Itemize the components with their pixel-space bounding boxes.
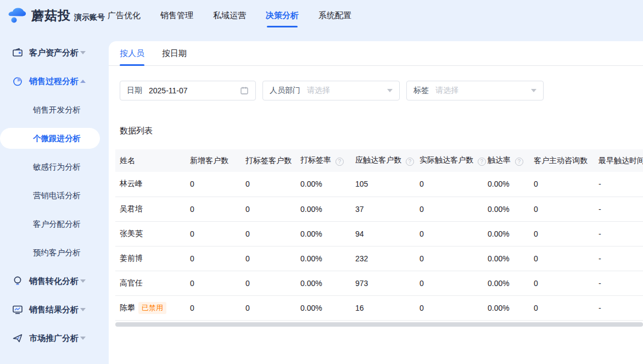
cell-name: 林云峰 xyxy=(115,172,186,197)
table-cell: 0 xyxy=(241,197,296,221)
sidebar-group-item[interactable]: 市场推广分析 xyxy=(0,324,109,352)
topnav-item[interactable]: 系统配置 xyxy=(318,0,351,31)
question-circle-icon[interactable]: ? xyxy=(336,158,344,166)
table-cell: 973 xyxy=(351,271,415,295)
department-filter-placeholder: 请选择 xyxy=(307,86,330,96)
tab-label: 按日期 xyxy=(162,48,187,59)
table-cell: 0 xyxy=(186,246,241,271)
sidebar-sub-item: 预约客户分析 xyxy=(0,238,109,267)
main-content: 按人员 按日期 日期 2025-11-07 人员部门 请选择 标签 请选择 xyxy=(109,41,643,364)
topnav-item[interactable]: 私域运营 xyxy=(213,0,246,31)
topnav-menu: 广告优化 销售管理 私域运营 决策分析 系统配置 xyxy=(108,0,351,31)
date-filter[interactable]: 日期 2025-11-07 xyxy=(120,81,256,100)
sidebar-sub-item-label: 预约客户分析 xyxy=(33,248,81,258)
question-circle-icon[interactable]: ? xyxy=(406,158,414,166)
table-cell: - xyxy=(594,246,643,271)
department-filter-label: 人员部门 xyxy=(270,86,300,96)
table-row: 姜前博 000.00%23200.00%0- xyxy=(115,246,643,271)
sidebar-sub-item: 销售开发分析 xyxy=(0,96,109,124)
data-table: 姓名 新增客户数 打标签客户数 打标签率 ? 应触达客户数 ? 实际触达客户数 … xyxy=(115,149,643,321)
table-column-header: 最早触达时间 xyxy=(594,149,643,172)
table-cell: 0 xyxy=(241,172,296,197)
table-body: 林云峰 000.00%10500.00%0- 吴君培 000.00%3700.0… xyxy=(115,172,643,320)
question-circle-icon[interactable]: ? xyxy=(478,158,486,166)
date-filter-value: 2025-11-07 xyxy=(149,86,188,95)
department-filter[interactable]: 人员部门 请选择 xyxy=(262,81,400,100)
table-cell: 0 xyxy=(186,172,241,197)
chevron-down-icon xyxy=(80,337,86,340)
section-title: 数据列表 xyxy=(120,126,153,136)
sidebar-group-item[interactable]: 销售结果分析 xyxy=(0,295,109,324)
table-column-header: 触达率 ? xyxy=(483,149,529,172)
sidebar-group-item[interactable]: 销售过程分析 xyxy=(0,67,109,96)
cell-name: 高官任 xyxy=(115,271,186,295)
table-cell: 105 xyxy=(351,172,415,197)
table-cell: - xyxy=(594,197,643,221)
sidebar-group-label: 客户资产分析 xyxy=(29,48,79,58)
monitor-chart-icon xyxy=(12,304,23,315)
cell-name: 张美英 xyxy=(115,221,186,246)
filter-row: 日期 2025-11-07 人员部门 请选择 标签 请选择 xyxy=(120,81,544,100)
lightbulb-icon xyxy=(12,276,23,287)
table-cell: 0.00% xyxy=(483,295,529,320)
disabled-status-badge: 已禁用 xyxy=(138,302,166,314)
sidebar-sub-item-button[interactable]: 预约客户分析 xyxy=(0,242,100,263)
tab[interactable]: 按日期 xyxy=(162,41,187,66)
brand-logo-area[interactable]: 蘑菇投 演示账号 xyxy=(0,7,105,24)
topnav-item[interactable]: 销售管理 xyxy=(160,0,193,31)
table-column-header: 打标签客户数 xyxy=(241,149,296,172)
sidebar-sub-item-label: 营销电话分析 xyxy=(33,191,81,201)
chevron-down-icon xyxy=(387,89,393,92)
table-row: 林云峰 000.00%10500.00%0- xyxy=(115,172,643,197)
table-cell: 0 xyxy=(415,172,483,197)
sidebar-group-item[interactable]: 销售转化分析 xyxy=(0,267,109,295)
chevron-up-icon xyxy=(80,80,86,83)
sidebar-sub-item-button[interactable]: 销售开发分析 xyxy=(0,99,100,120)
table-column-header: 打标签率 ? xyxy=(296,149,351,172)
active-tab-underline xyxy=(267,26,298,27)
sidebar-sub-item-label: 个微跟进分析 xyxy=(33,133,81,144)
table-cell: 0 xyxy=(186,197,241,221)
table-header-row: 姓名 新增客户数 打标签客户数 打标签率 ? 应触达客户数 ? 实际触达客户数 … xyxy=(115,149,643,172)
sidebar-sub-item: 营销电话分析 xyxy=(0,181,109,210)
table-cell: 0 xyxy=(529,197,594,221)
sidebar-group-label: 销售结果分析 xyxy=(29,305,79,315)
table-cell: 0 xyxy=(415,271,483,295)
horizontal-scrollbar-thumb[interactable] xyxy=(115,322,643,327)
topnav-item[interactable]: 广告优化 xyxy=(108,0,141,31)
table-cell: - xyxy=(594,295,643,320)
tag-filter-label: 标签 xyxy=(413,86,429,96)
sidebar-sub-item-label: 销售开发分析 xyxy=(33,105,81,115)
question-circle-icon[interactable]: ? xyxy=(515,158,523,166)
topnav-item-label: 私域运营 xyxy=(213,10,246,21)
table-cell: 0.00% xyxy=(483,271,529,295)
table-cell: 0 xyxy=(529,295,594,320)
table-column-header: 应触达客户数 ? xyxy=(351,149,415,172)
sidebar-sub-item-button[interactable]: 营销电话分析 xyxy=(0,185,100,206)
date-filter-label: 日期 xyxy=(127,86,142,96)
topnav-item-label: 系统配置 xyxy=(318,10,351,21)
chevron-down-icon xyxy=(531,89,536,92)
sidebar-sub-item-button[interactable]: 客户分配分析 xyxy=(0,214,100,234)
table-cell: 0.00% xyxy=(296,246,351,271)
table-cell: 0 xyxy=(415,197,483,221)
table-cell: 0.00% xyxy=(483,172,529,197)
table-cell: 0.00% xyxy=(296,172,351,197)
table-cell: 0 xyxy=(529,246,594,271)
sidebar-group-item[interactable]: 客户资产分析 xyxy=(0,38,109,67)
table-cell: 0 xyxy=(415,246,483,271)
sidebar-group-label: 销售过程分析 xyxy=(29,76,79,87)
account-type-label: 演示账号 xyxy=(74,13,105,23)
sidebar-sub-item-button[interactable]: 敏感行为分析 xyxy=(0,156,100,177)
tab[interactable]: 按人员 xyxy=(120,41,144,66)
tag-filter[interactable]: 标签 请选择 xyxy=(406,81,544,100)
sidebar-sub-item-button[interactable]: 个微跟进分析 xyxy=(0,128,100,149)
table-cell: 0 xyxy=(241,295,296,320)
calendar-icon[interactable] xyxy=(240,86,249,95)
sidebar-group-label: 销售转化分析 xyxy=(29,276,79,287)
topnav-item[interactable]: 决策分析 xyxy=(266,0,299,31)
chevron-down-icon xyxy=(80,51,86,54)
table-row: 陈攀已禁用 000.00%1600.00%0- xyxy=(115,295,643,320)
table-cell: 94 xyxy=(351,221,415,246)
table-cell: 0 xyxy=(241,271,296,295)
